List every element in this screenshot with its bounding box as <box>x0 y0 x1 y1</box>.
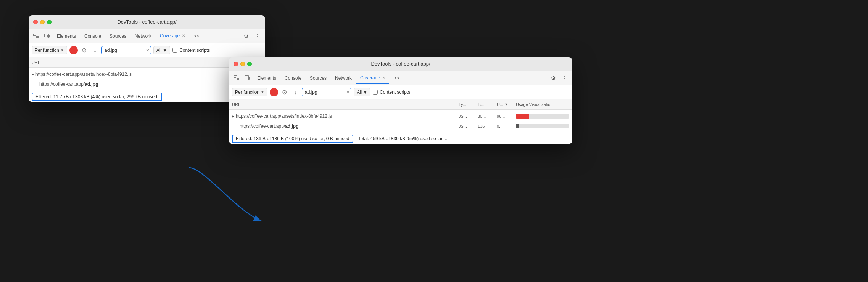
url-column-header-1: URL <box>32 60 262 65</box>
search-clear-icon-1[interactable]: ✕ <box>146 48 150 53</box>
expand-icon-1-1[interactable]: ▶ <box>32 73 34 76</box>
svg-rect-7 <box>234 75 236 78</box>
chevron-down-icon-filter-2: ▼ <box>363 90 367 95</box>
row-url-1-1: ▶ https://coffee-cart.app/assets/index-8… <box>32 72 262 77</box>
toolbar-1: Elements Console Sources Network Coverag… <box>29 29 265 43</box>
search-input-1[interactable] <box>101 46 151 54</box>
toolbar-2: Elements Console Sources Network Coverag… <box>229 71 572 85</box>
sort-arrow-icon: ▼ <box>504 103 508 106</box>
clear-button-1[interactable]: ⊘ <box>80 46 89 54</box>
gear-icon-1[interactable]: ⚙ <box>242 32 251 41</box>
record-button-2[interactable] <box>270 88 278 96</box>
minimize-button-2[interactable] <box>240 62 245 66</box>
search-wrap-2: ✕ <box>302 88 351 96</box>
tab-sources-2[interactable]: Sources <box>306 72 330 84</box>
url-link-2-1[interactable]: https://coffee-cart.app/assets/index-8bf… <box>236 114 332 119</box>
title-bar-1: DevTools - coffee-cart.app/ <box>29 15 265 29</box>
per-function-btn-1[interactable]: Per function ▼ <box>32 46 67 54</box>
tab-close-coverage-2[interactable]: ✕ <box>382 75 385 80</box>
tab-bar-1: Elements Console Sources Network Coverag… <box>53 30 240 42</box>
tab-more-1[interactable]: >> <box>190 30 203 42</box>
traffic-lights-2 <box>234 62 252 66</box>
usage-bar-2-1 <box>516 114 569 119</box>
tab-sources-1[interactable]: Sources <box>106 30 130 42</box>
status-filtered-1: Filtered: 11.7 kB of 308 kB (4%) used so… <box>32 93 162 101</box>
table-row-2-1[interactable]: ▶ https://coffee-cart.app/assets/index-8… <box>229 111 572 121</box>
content-scripts-wrap-2: Content scripts <box>373 90 410 95</box>
gear-icon-2[interactable]: ⚙ <box>549 74 558 83</box>
expand-icon-2-1[interactable]: ▶ <box>232 115 234 118</box>
search-clear-icon-2[interactable]: ✕ <box>346 90 350 95</box>
filter-select-1[interactable]: All ▼ <box>153 46 170 54</box>
content-scripts-checkbox-1[interactable] <box>172 48 177 53</box>
maximize-button-1[interactable] <box>47 20 52 24</box>
svg-rect-0 <box>34 34 36 36</box>
row-unused-2-1: 96... <box>497 114 516 119</box>
toolbar-right-2: ⚙ ⋮ <box>549 74 569 83</box>
usage-bar-2-2 <box>516 124 569 128</box>
tab-bar-2: Elements Console Sources Network Coverag… <box>253 72 547 84</box>
status-filtered-2: Filtered: 136 B of 136 B (100%) used so … <box>232 135 353 143</box>
subtoolbar-2: Per function ▼ ⊘ ↓ ✕ All ▼ Content scrip… <box>229 85 572 99</box>
tab-network-2[interactable]: Network <box>331 72 356 84</box>
per-function-btn-2[interactable]: Per function ▼ <box>232 88 267 96</box>
chevron-down-icon-2: ▼ <box>261 90 264 94</box>
tab-coverage-1[interactable]: Coverage ✕ <box>156 30 189 42</box>
maximize-button-2[interactable] <box>247 62 252 66</box>
download-button-2[interactable]: ↓ <box>291 88 300 96</box>
search-input-2[interactable] <box>302 88 351 96</box>
content-scripts-wrap-1: Content scripts <box>172 48 210 53</box>
url-link-1-2[interactable]: https://coffee-cart.app/ad.jpg <box>39 82 98 87</box>
chevron-down-icon-filter-1: ▼ <box>163 48 167 53</box>
toolbar-right-1: ⚙ ⋮ <box>242 32 262 41</box>
row-type-2-1: JS... <box>459 114 478 119</box>
table-header-2: URL Ty... To... U... ▼ Usage Visualizati… <box>229 99 572 110</box>
row-unused-2-2: 0... <box>497 124 516 128</box>
tab-close-coverage-1[interactable]: ✕ <box>182 34 185 38</box>
close-button-2[interactable] <box>234 62 238 66</box>
tab-network-1[interactable]: Network <box>131 30 155 42</box>
window-title-1: DevTools - coffee-cart.app/ <box>117 19 176 25</box>
url-link-1-1[interactable]: https://coffee-cart.app/assets/index-8bf… <box>35 72 132 77</box>
table-body-2: ▶ https://coffee-cart.app/assets/index-8… <box>229 110 572 133</box>
traffic-lights-1 <box>33 20 52 24</box>
tab-more-2[interactable]: >> <box>390 72 403 84</box>
window-title-2: DevTools - coffee-cart.app/ <box>371 61 430 67</box>
chevron-down-icon-1: ▼ <box>60 48 64 52</box>
clear-button-2[interactable]: ⊘ <box>280 88 289 96</box>
more-icon-1[interactable]: ⋮ <box>253 32 262 41</box>
content-scripts-checkbox-2[interactable] <box>373 90 378 95</box>
tab-console-2[interactable]: Console <box>281 72 305 84</box>
selector-icon-2[interactable] <box>232 74 241 83</box>
devtools-window-2: DevTools - coffee-cart.app/ Elements Con… <box>229 57 572 144</box>
download-button-1[interactable]: ↓ <box>91 46 99 54</box>
unused-column-header-2: U... ▼ <box>497 102 516 107</box>
device-icon[interactable] <box>42 32 52 41</box>
selector-icon[interactable] <box>32 32 41 41</box>
tab-console-1[interactable]: Console <box>81 30 105 42</box>
filter-select-2[interactable]: All ▼ <box>354 88 370 96</box>
minimize-button-1[interactable] <box>40 20 45 24</box>
status-bar-2: Filtered: 136 B of 136 B (100%) used so … <box>229 133 572 144</box>
more-icon-2[interactable]: ⋮ <box>560 74 569 83</box>
row-total-2-2: 136 <box>478 124 497 128</box>
url-link-2-2[interactable]: https://coffee-cart.app/ad.jpg <box>240 123 299 129</box>
device-icon-2[interactable] <box>243 74 252 83</box>
row-url-2-1: ▶ https://coffee-cart.app/assets/index-8… <box>232 114 459 119</box>
row-total-2-1: 30... <box>478 114 497 119</box>
record-button-1[interactable] <box>69 46 78 54</box>
content-scripts-label-1: Content scripts <box>179 48 210 53</box>
close-button-1[interactable] <box>33 20 38 24</box>
title-bar-2: DevTools - coffee-cart.app/ <box>229 57 572 71</box>
table-row-2-2[interactable]: https://coffee-cart.app/ad.jpg JS... 136… <box>229 121 572 131</box>
row-type-2-2: JS... <box>459 124 478 128</box>
tab-coverage-2[interactable]: Coverage ✕ <box>356 72 389 84</box>
arrow-indicator <box>181 164 277 232</box>
search-wrap-1: ✕ <box>101 46 151 54</box>
viz-column-header-2: Usage Visualization <box>516 102 569 107</box>
subtoolbar-1: Per function ▼ ⊘ ↓ ✕ All ▼ Content scrip… <box>29 43 265 57</box>
row-url-1-2: https://coffee-cart.app/ad.jpg <box>32 82 262 87</box>
tab-elements-1[interactable]: Elements <box>53 30 80 42</box>
tab-elements-2[interactable]: Elements <box>253 72 280 84</box>
url-column-header-2: URL <box>232 102 459 107</box>
